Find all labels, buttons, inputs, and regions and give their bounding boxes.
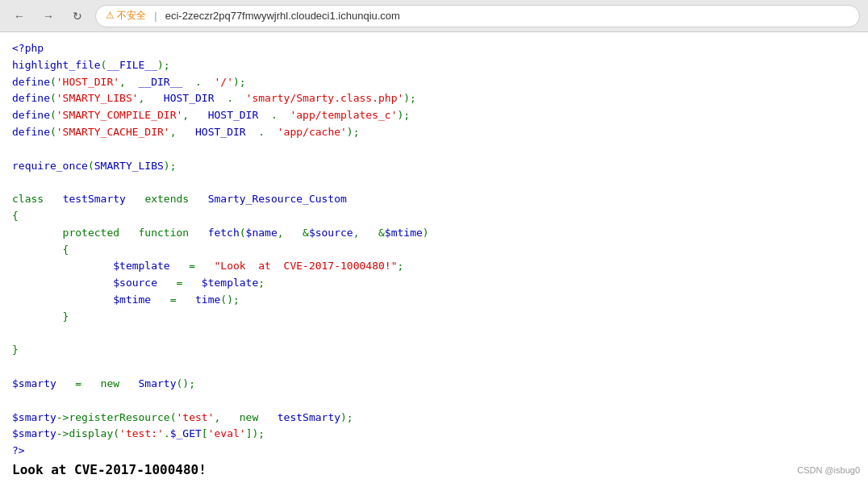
code-line [12, 141, 856, 158]
browser-window: ← → ↻ ⚠ 不安全 | eci-2zeczr2pq77fmwywjrhl.c… [0, 0, 868, 483]
code-line: } [12, 342, 856, 359]
nav-bar: ← → ↻ ⚠ 不安全 | eci-2zeczr2pq77fmwywjrhl.c… [0, 0, 868, 32]
code-line: } [12, 309, 856, 326]
code-line: $source = $template; [12, 275, 856, 292]
code-line: { [12, 242, 856, 259]
code-line: $smarty = new Smarty(); [12, 376, 856, 393]
code-line: $mtime = time(); [12, 292, 856, 309]
url-text: eci-2zeczr2pq77fmwywjrhl.cloudeci1.ichun… [165, 10, 400, 22]
code-line: { [12, 208, 856, 225]
security-warning: ⚠ 不安全 [106, 9, 146, 23]
code-line: class testSmarty extends Smarty_Resource… [12, 191, 856, 208]
code-line: define('SMARTY_COMPILE_DIR', HOST_DIR . … [12, 107, 856, 124]
address-bar[interactable]: ⚠ 不安全 | eci-2zeczr2pq77fmwywjrhl.cloudec… [95, 5, 860, 27]
forward-button[interactable]: → [37, 5, 60, 27]
php-output: Look at CVE-2017-1000480! [12, 462, 207, 477]
code-line: highlight_file(__FILE__); [12, 57, 856, 74]
code-line: <?php [12, 40, 856, 57]
code-line: ?> [12, 443, 856, 460]
code-line: define('HOST_DIR', __DIR__ . '/'); [12, 74, 856, 91]
code-line: $template = "Look at CVE-2017-1000480!"; [12, 258, 856, 275]
reload-button[interactable]: ↻ [66, 5, 89, 27]
code-line: $smarty->display('test:'.$_GET['eval']); [12, 426, 856, 443]
footer-watermark: CSDN @isbug0 [797, 465, 860, 475]
separator: | [154, 10, 156, 22]
code-line [12, 174, 856, 191]
code-line [12, 326, 856, 343]
code-line [12, 359, 856, 376]
code-line [12, 393, 856, 410]
code-line: protected function fetch($name, &$source… [12, 225, 856, 242]
code-line: define('SMARTY_LIBS', HOST_DIR . 'smarty… [12, 90, 856, 107]
content-area: <?php highlight_file(__FILE__); define('… [0, 32, 868, 483]
code-line: $smarty->registerResource('test', new te… [12, 410, 856, 427]
code-line: define('SMARTY_CACHE_DIR', HOST_DIR . 'a… [12, 124, 856, 141]
back-button[interactable]: ← [8, 5, 31, 27]
code-line: require_once(SMARTY_LIBS); [12, 158, 856, 175]
